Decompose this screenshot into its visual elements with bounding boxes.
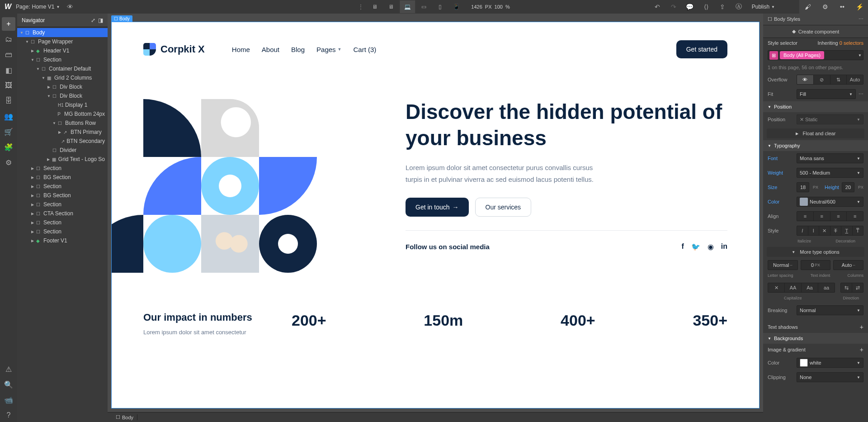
columns-input[interactable]: Auto– <box>833 260 863 270</box>
tree-item[interactable]: ▶☐CTA Section <box>17 209 108 218</box>
navigator-icon[interactable]: 🗃 <box>2 48 15 62</box>
inherit-count[interactable]: 0 selectors <box>840 40 863 46</box>
instagram-icon[interactable]: ◉ <box>708 242 714 251</box>
get-in-touch-button[interactable]: Get in touch → <box>406 198 469 217</box>
create-component-button[interactable]: ◆ Create component <box>763 25 868 38</box>
linkedin-icon[interactable]: in <box>721 242 727 251</box>
direction-toggle[interactable]: ⇆⇄ <box>840 283 863 293</box>
audit-icon[interactable]: Ⓐ <box>733 1 745 13</box>
preview-eye-icon[interactable]: 👁 <box>64 1 76 13</box>
typography-section[interactable]: ▼Typography <box>763 140 868 151</box>
menu-blog[interactable]: Blog <box>291 46 305 53</box>
tree-item[interactable]: ▼☐Div Block <box>17 91 108 100</box>
impact-title[interactable]: Our impact in numbers <box>143 312 270 323</box>
tree-item[interactable]: ▼☐Page Wrapper <box>17 37 108 46</box>
text-style-toggle[interactable]: II✕TTT̅ <box>797 226 863 236</box>
breakpoint-xxl[interactable]: 🖥 <box>367 0 382 13</box>
breakpoint-mobile-l[interactable]: ▯ <box>432 0 448 13</box>
letter-spacing-input[interactable]: Normal– <box>768 260 798 270</box>
follow-label[interactable]: Follow us on social media <box>406 243 490 251</box>
text-indent-input[interactable]: 0PX <box>801 260 831 270</box>
more-icon[interactable]: ⋯ <box>859 16 863 22</box>
tree-item[interactable]: ↗BTN Secondary <box>17 137 108 146</box>
clipping-select[interactable]: None▼ <box>797 372 863 382</box>
settings-icon[interactable]: ⚙ <box>2 156 15 169</box>
pin-icon[interactable]: ◨ <box>98 17 103 24</box>
hero-sub[interactable]: Lorem ipsum dolor sit amet consectetur p… <box>406 162 604 185</box>
help-icon[interactable]: ? <box>2 408 15 422</box>
logic-icon[interactable]: 🧩 <box>2 140 15 154</box>
export-icon[interactable]: ⇪ <box>717 1 728 13</box>
breakpoint-desktop[interactable]: 💻 <box>400 0 415 13</box>
breaking-select[interactable]: Normal▼ <box>797 305 863 315</box>
overflow-toggle[interactable]: 👁⊘⇅Auto <box>797 75 863 85</box>
undo-icon[interactable]: ↶ <box>651 1 663 13</box>
video-icon[interactable]: 📹 <box>2 393 15 407</box>
more-icon[interactable]: ⋯ <box>859 91 863 97</box>
tree-item[interactable]: ▼▦Grid 2 Columns <box>17 73 108 82</box>
our-services-button[interactable]: Our services <box>475 198 532 217</box>
code-icon[interactable]: ⟨⟩ <box>700 1 712 13</box>
menu-about[interactable]: About <box>262 46 279 53</box>
tree-item[interactable]: ▼☐Section <box>17 55 108 64</box>
search-icon[interactable]: 🔍 <box>2 378 15 391</box>
breadcrumb-body[interactable]: ☐ Body <box>112 414 137 420</box>
add-shadow-button[interactable]: + <box>860 323 863 331</box>
add-bg-button[interactable]: + <box>860 346 863 353</box>
breakpoint-mobile[interactable]: 📱 <box>448 0 464 13</box>
stat-3[interactable]: 400+ <box>561 312 595 329</box>
tree-item[interactable]: ▶◆Header V1 <box>17 46 108 55</box>
hero-heading[interactable]: Discover the hidden potential of your bu… <box>406 99 727 151</box>
stat-4[interactable]: 350+ <box>693 312 727 329</box>
text-align-toggle[interactable]: ≡≡≡≡ <box>797 211 863 221</box>
tree-item[interactable]: ▶◆Footer V1 <box>17 236 108 245</box>
stat-2[interactable]: 150m <box>424 312 463 329</box>
bolt-icon[interactable]: ⚡ <box>851 0 868 14</box>
float-expand[interactable]: ▶Float and clear <box>767 128 864 138</box>
tree-item[interactable]: PMG Bottom 24px <box>17 109 108 119</box>
capitalize-toggle[interactable]: ✕AAAaaa <box>768 283 835 293</box>
users-icon[interactable]: 👥 <box>2 109 15 123</box>
site-frame[interactable]: Corpkit X Home About Blog Pages▼ Cart (3… <box>111 22 760 408</box>
page-selector[interactable]: Page: Home V1 ▼ <box>16 4 60 10</box>
tree-item[interactable]: ▶☐Section <box>17 200 108 209</box>
gear-icon[interactable]: ⚙ <box>816 0 834 14</box>
collapse-icon[interactable]: ⤢ <box>91 17 95 24</box>
facebook-icon[interactable]: f <box>681 242 684 251</box>
tree-item[interactable]: ▶☐Section <box>17 182 108 191</box>
publish-button[interactable]: Publish▼ <box>749 4 778 10</box>
text-color-select[interactable]: Neutral/600▼ <box>797 197 863 207</box>
impact-sub[interactable]: Lorem ipsum dolor sit amet consectetur <box>143 329 270 336</box>
position-select[interactable]: ✕ Static▼ <box>797 114 863 124</box>
tree-item[interactable]: ▼☐Body <box>17 28 108 37</box>
more-type-expand[interactable]: ▼More type options <box>767 247 864 257</box>
tree-item[interactable]: ☐Divider <box>17 146 108 155</box>
tree-item[interactable]: ▶☐BG Section <box>17 173 108 182</box>
canvas-stage[interactable]: ☐ Body Corpkit X Home About Blog <box>108 14 763 412</box>
site-logo[interactable]: Corpkit X <box>143 43 205 56</box>
tree-item[interactable]: ▶☐Section <box>17 227 108 236</box>
tree-item[interactable]: H1Display 1 <box>17 100 108 109</box>
weight-select[interactable]: 500 - Medium▼ <box>797 168 863 178</box>
audit-icon[interactable]: ⚠ <box>2 362 15 376</box>
assets-icon[interactable]: 🖼 <box>2 79 15 92</box>
pages-icon[interactable]: 🗂 <box>2 33 15 46</box>
twitter-icon[interactable]: 🐦 <box>691 242 700 251</box>
breakpoint-tablet[interactable]: ▭ <box>416 0 431 13</box>
tree-item[interactable]: ▶☐Section <box>17 164 108 173</box>
line-height-input[interactable]: 20 <box>842 182 854 192</box>
tree-item[interactable]: ▼☐Container Default <box>17 64 108 73</box>
tree-item[interactable]: ▶☐Section <box>17 218 108 227</box>
brush-icon[interactable]: 🖌 <box>799 0 816 14</box>
position-section[interactable]: ▼Position <box>763 101 868 112</box>
bg-color-select[interactable]: white▼ <box>797 358 863 368</box>
tree-item[interactable]: ▶↗BTN Primary <box>17 128 108 137</box>
tree-item[interactable]: ▶☐Div Block <box>17 82 108 91</box>
add-element-button[interactable]: + <box>2 17 15 31</box>
tree-item[interactable]: ▶▦Grid Text - Logo So <box>17 155 108 164</box>
get-started-button[interactable]: Get started <box>676 40 727 58</box>
redo-icon[interactable]: ↷ <box>668 1 679 13</box>
fit-select[interactable]: Fill▼ <box>797 89 856 99</box>
tree-item[interactable]: ▼☐Buttons Row <box>17 119 108 128</box>
tree-item[interactable]: ▶☐BG Section <box>17 191 108 200</box>
